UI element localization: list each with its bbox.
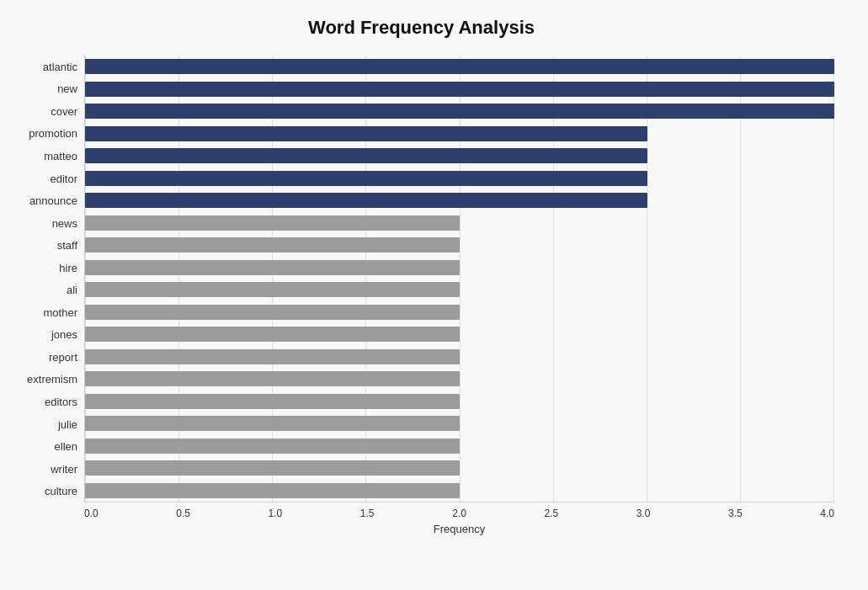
y-axis-labels: atlanticnewcoverpromotionmatteoeditorann… [8, 56, 84, 502]
grid-line [647, 56, 647, 502]
bar-julie [85, 416, 460, 431]
bar-cover [85, 104, 834, 119]
grid-lines [85, 56, 834, 502]
bar-row [85, 348, 834, 366]
bar-extremism [85, 371, 460, 386]
bar-row [85, 459, 834, 477]
bar-news [85, 215, 460, 231]
bar-row [85, 258, 834, 277]
bar-row [85, 80, 834, 98]
bar-staff [85, 237, 460, 252]
bar-announce [85, 193, 647, 208]
y-label: jones [51, 329, 77, 340]
bar-row [85, 392, 834, 411]
y-label: mother [44, 307, 77, 318]
bar-report [85, 349, 460, 364]
y-label: news [52, 218, 77, 229]
y-label: editor [50, 173, 77, 184]
grid-line [833, 56, 834, 502]
bar-mother [85, 305, 460, 320]
y-label: cover [51, 106, 77, 117]
bars-area [84, 56, 834, 502]
bar-row [85, 303, 834, 322]
bar-row [85, 437, 834, 455]
bar-row [85, 369, 834, 388]
y-label: julie [58, 419, 77, 430]
bar-row [85, 280, 834, 299]
grid-line [272, 56, 273, 502]
y-label: new [57, 83, 77, 94]
chart-container: Word Frequency Analysis atlanticnewcover… [0, 0, 868, 590]
bar-row [85, 102, 834, 120]
grid-line [740, 56, 741, 502]
bar-new [85, 82, 834, 97]
bar-row [85, 214, 834, 232]
chart-title: Word Frequency Analysis [8, 17, 834, 39]
x-tick-label: 2.0 [452, 508, 466, 519]
y-label: hire [59, 263, 77, 274]
bar-row [85, 146, 834, 165]
x-tick-label: 3.5 [728, 508, 743, 519]
grid-line [85, 56, 86, 502]
y-label: culture [45, 486, 77, 497]
y-label: ali [67, 284, 77, 295]
x-tick-label: 4.0 [820, 508, 834, 519]
x-tick-label: 0.5 [176, 508, 190, 519]
grid-line [178, 56, 179, 502]
x-tick-label: 1.5 [360, 508, 375, 519]
y-label: editors [45, 396, 77, 407]
bar-row [85, 325, 834, 343]
grid-line [553, 56, 554, 502]
bar-ali [85, 282, 460, 297]
bar-jones [85, 327, 460, 342]
bar-editors [85, 394, 460, 409]
y-label: announce [29, 195, 77, 206]
bar-editor [85, 171, 647, 186]
bar-writer [85, 460, 460, 476]
y-label: promotion [29, 128, 77, 139]
bar-row [85, 191, 834, 210]
x-tick-label: 0.0 [84, 508, 99, 519]
y-label: matteo [44, 151, 77, 162]
bar-atlantic [85, 59, 834, 74]
y-label: report [49, 352, 77, 363]
bar-matteo [85, 148, 647, 163]
bar-ellen [85, 439, 460, 454]
y-label: ellen [55, 441, 77, 452]
bar-row [85, 169, 834, 188]
x-axis-labels: 0.00.51.01.52.02.53.03.54.0 [8, 508, 834, 519]
bar-culture [85, 483, 460, 498]
x-axis-title: Frequency [8, 523, 834, 535]
y-label: writer [51, 464, 77, 475]
chart-area: atlanticnewcoverpromotionmatteoeditorann… [8, 56, 834, 502]
bar-hire [85, 260, 460, 275]
grid-line [365, 56, 366, 502]
x-tick-label: 2.5 [544, 508, 558, 519]
x-tick-label: 1.0 [269, 508, 283, 519]
y-label: extremism [27, 374, 77, 385]
bar-row [85, 125, 834, 143]
bar-row [85, 481, 834, 500]
bar-promotion [85, 126, 647, 141]
grid-line [460, 56, 461, 502]
x-tick-label: 3.0 [636, 508, 651, 519]
bar-row [85, 236, 834, 254]
bar-row [85, 57, 834, 76]
y-label: atlantic [43, 61, 77, 72]
y-label: staff [57, 240, 77, 251]
bar-row [85, 414, 834, 433]
